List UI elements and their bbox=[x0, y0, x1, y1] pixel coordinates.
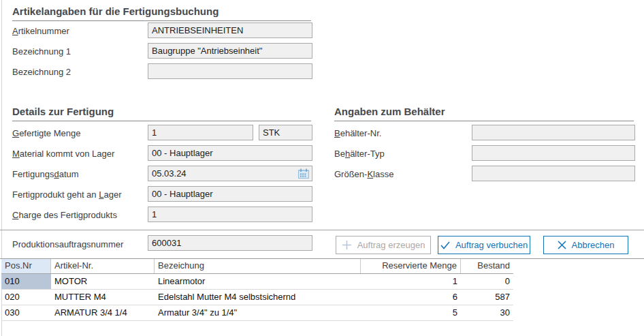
material-lager-field[interactable]: 00 - Hauptlager bbox=[148, 145, 312, 161]
table-header-row: Pos.NrArtikel-Nr.BezeichungReservierte M… bbox=[1, 259, 513, 274]
table-row[interactable]: 010MOTORLinearmotor10 bbox=[1, 274, 513, 290]
table-cell: ARMATUR 3/4 1/4 bbox=[51, 305, 155, 320]
section-title-behaelter: Angaben zum Behälter bbox=[334, 106, 634, 121]
label-bezeichnung-1: Bezeichnung 1 bbox=[12, 46, 71, 57]
fertigungsdatum-field[interactable]: 05.03.24 bbox=[148, 166, 312, 181]
behaelter-typ-field[interactable] bbox=[472, 145, 635, 161]
button-label: Abbrechen bbox=[572, 240, 615, 250]
table-cell: MUTTER M4 bbox=[51, 290, 155, 305]
positions-table: Pos.NrArtikel-Nr.BezeichungReservierte M… bbox=[1, 259, 513, 321]
check-icon bbox=[440, 241, 450, 249]
gefertigte-menge-field[interactable]: 1 bbox=[148, 125, 253, 140]
charge-field[interactable]: 1 bbox=[148, 207, 312, 222]
calendar-icon[interactable] bbox=[297, 168, 310, 179]
label-charge: Charge des Fertigprodukts bbox=[12, 210, 117, 220]
label-artikelnummer: Artikelnummer bbox=[12, 26, 69, 36]
header-cell[interactable]: Bezeichung bbox=[155, 259, 361, 273]
table-cell: 6 bbox=[361, 290, 461, 305]
table-row[interactable]: 030ARMATUR 3/4 1/4Armatur 3/4" zu 1/4"53… bbox=[1, 305, 513, 321]
table-cell: Edelstahl Mutter M4 selbstsichernd bbox=[155, 290, 361, 305]
auftrag-verbuchen-button[interactable]: Auftrag verbuchen bbox=[438, 236, 530, 254]
label-produktionsauftragsnummer: Produktionsauftragsnummer bbox=[12, 239, 123, 249]
table-row[interactable]: 020MUTTER M4Edelstahl Mutter M4 selbstsi… bbox=[1, 290, 513, 305]
header-cell[interactable]: Reservierte Menge bbox=[361, 259, 461, 273]
plus-icon bbox=[342, 240, 352, 250]
table-cell: 587 bbox=[461, 290, 513, 305]
section-title-details-fertigung: Details zur Fertigung bbox=[12, 106, 311, 121]
header-cell[interactable]: Artikel-Nr. bbox=[51, 259, 155, 273]
button-label: Auftrag verbuchen bbox=[455, 240, 528, 250]
fertigprodukt-lager-field[interactable]: 00 - Hauptlager bbox=[148, 186, 312, 202]
table-cell: 030 bbox=[1, 305, 51, 320]
bezeichnung-1-field[interactable]: Baugruppe "Antriebseinheit" bbox=[148, 43, 312, 59]
abbrechen-button[interactable]: Abbrechen bbox=[543, 236, 628, 254]
table-cell: 30 bbox=[461, 305, 513, 320]
label-behaelter-nr: Behälter-Nr. bbox=[334, 128, 381, 138]
table-cell: 010 bbox=[1, 274, 51, 289]
x-icon bbox=[558, 241, 566, 249]
button-label: Auftrag erzeugen bbox=[357, 240, 425, 250]
label-fertigungsdatum: Fertigungsdatum bbox=[12, 169, 79, 179]
header-cell[interactable]: Pos.Nr bbox=[1, 259, 51, 273]
table-cell: 5 bbox=[361, 305, 461, 320]
label-behaelter-typ: Behälter-Typ bbox=[334, 149, 385, 159]
artikelnummer-field[interactable]: ANTRIEBSEINHEITEN bbox=[148, 22, 312, 38]
label-material-lager: Material kommt von Lager bbox=[12, 149, 114, 159]
table-cell: Linearmotor bbox=[155, 274, 361, 289]
groessen-klasse-field[interactable] bbox=[472, 166, 635, 181]
section-title-artikelangaben: Artikelangaben für die Fertigungsbuchung bbox=[12, 5, 311, 21]
label-fertigprodukt-lager: Fertigprodukt geht an Lager bbox=[12, 189, 121, 200]
footer-divider bbox=[0, 230, 644, 230]
label-bezeichnung-2: Bezeichnung 2 bbox=[12, 67, 71, 77]
bezeichnung-2-field[interactable] bbox=[148, 63, 312, 79]
auftrag-erzeugen-button[interactable]: Auftrag erzeugen bbox=[336, 236, 431, 254]
table-cell: 1 bbox=[361, 274, 461, 289]
table-cell: 020 bbox=[1, 290, 51, 305]
fertigungsdatum-value: 05.03.24 bbox=[152, 168, 187, 179]
label-gefertigte-menge: Gefertigte Menge bbox=[12, 128, 80, 138]
table-cell: MOTOR bbox=[51, 274, 155, 289]
header-cell[interactable]: Bestand bbox=[461, 259, 513, 273]
produktionsauftragsnummer-field[interactable]: 600031 bbox=[148, 235, 312, 251]
table-cell: 0 bbox=[461, 274, 513, 289]
menge-einheit-field[interactable]: STK bbox=[259, 125, 312, 140]
label-groessen-klasse: Größen-Klasse bbox=[334, 169, 393, 179]
table-cell: Armatur 3/4" zu 1/4" bbox=[155, 305, 361, 320]
behaelter-nr-field[interactable] bbox=[472, 125, 635, 140]
